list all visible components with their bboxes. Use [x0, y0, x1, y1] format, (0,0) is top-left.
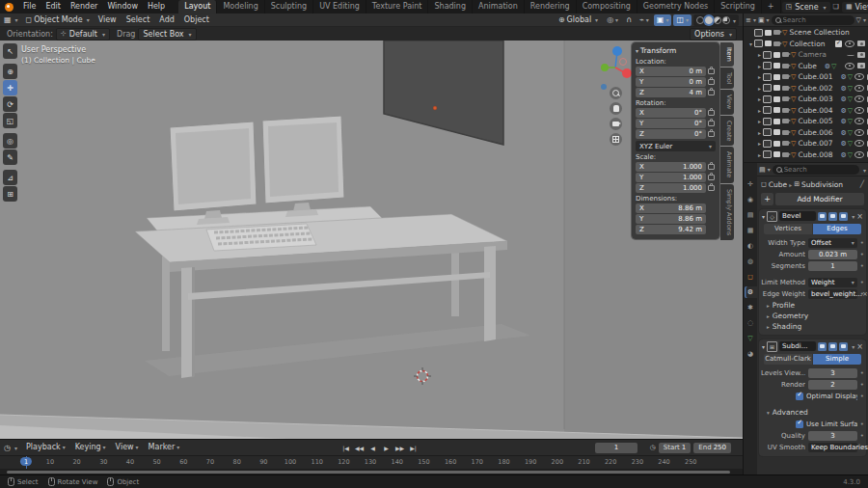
- modifier-extras-dropdown-icon[interactable]: [850, 211, 854, 221]
- expand-caret-icon[interactable]: [756, 118, 761, 124]
- render-levels-field[interactable]: 2: [808, 380, 857, 390]
- add-modifier-button[interactable]: Add Modifier: [775, 193, 864, 205]
- timeline-editor-type-button[interactable]: ◷: [0, 442, 21, 453]
- outliner-display-mode-button[interactable]: ▣: [758, 16, 770, 24]
- disable-in-render-icon[interactable]: [857, 63, 865, 68]
- dimension-field[interactable]: X8.86 m: [636, 203, 706, 213]
- properties-search-input[interactable]: [784, 166, 855, 174]
- expand-caret-icon[interactable]: [756, 129, 761, 136]
- use-limit-surface-checkbox[interactable]: [796, 420, 803, 428]
- remove-modifier-icon[interactable]: ×: [856, 342, 863, 351]
- optimal-display-checkbox[interactable]: [796, 393, 803, 400]
- advanced-section[interactable]: Advanced: [759, 407, 866, 418]
- hide-in-viewport-icon[interactable]: [854, 95, 864, 102]
- timeline-menu-item[interactable]: Playback: [21, 441, 70, 454]
- bevel-mode-option[interactable]: Edges: [813, 224, 861, 234]
- select-box-tool[interactable]: ↖: [3, 43, 17, 59]
- workspace-tab[interactable]: Compositing: [577, 0, 637, 14]
- rotation-field[interactable]: X0°: [636, 108, 706, 118]
- workspace-tab[interactable]: Modeling: [217, 0, 264, 14]
- lock-icon[interactable]: [708, 68, 715, 74]
- outliner-editor-type-button[interactable]: ≡: [746, 16, 756, 24]
- x-axis-ball[interactable]: [622, 68, 632, 78]
- location-field[interactable]: X0 m: [636, 67, 706, 76]
- cursor-tool[interactable]: ⊕: [3, 64, 17, 79]
- expand-caret-icon[interactable]: [756, 151, 761, 158]
- pan-button[interactable]: [610, 102, 622, 115]
- outliner-row[interactable]: Cube.002: [744, 83, 868, 95]
- outliner-row[interactable]: Cube: [744, 61, 868, 72]
- properties-search[interactable]: [773, 165, 859, 175]
- levels-viewport-field[interactable]: 3: [808, 368, 857, 378]
- hide-in-viewport-icon[interactable]: [845, 63, 854, 69]
- outliner-row[interactable]: Cube.003: [744, 94, 868, 105]
- render-toggle[interactable]: [839, 212, 848, 221]
- expand-caret-icon[interactable]: [747, 41, 752, 47]
- remove-modifier-icon[interactable]: ×: [856, 212, 863, 221]
- material-preview-icon[interactable]: [714, 16, 721, 24]
- segments-field[interactable]: 1: [808, 261, 857, 271]
- move-tool[interactable]: ✛: [3, 80, 17, 95]
- modifier-name-field[interactable]: Bevel: [779, 211, 816, 221]
- expand-caret-icon[interactable]: [756, 140, 761, 147]
- outliner-filter-button[interactable]: ▽: [856, 16, 866, 24]
- hide-in-viewport-icon[interactable]: [854, 129, 864, 136]
- properties-options-icon[interactable]: [861, 165, 866, 175]
- unlink-scene-icon[interactable]: ❏: [833, 3, 839, 11]
- edit-mode-toggle[interactable]: [818, 342, 827, 351]
- shading-dropdown-icon[interactable]: [731, 15, 736, 25]
- clear-icon[interactable]: ×: [862, 290, 868, 298]
- lock-icon[interactable]: [708, 185, 715, 191]
- overlays-dropdown[interactable]: ◫: [673, 14, 692, 26]
- world-tab[interactable]: ◍: [745, 256, 757, 267]
- scene-tab[interactable]: ◐: [745, 240, 757, 252]
- disable-in-render-icon[interactable]: [857, 41, 865, 46]
- editor-type-button[interactable]: ▦: [0, 14, 22, 26]
- lock-icon[interactable]: [708, 175, 715, 180]
- transform-tool[interactable]: ◎: [3, 133, 17, 149]
- disable-in-render-icon[interactable]: [857, 52, 865, 58]
- timeline-menu-item[interactable]: View: [111, 441, 144, 454]
- transform-panel-header[interactable]: ▾Transform: [636, 45, 716, 56]
- view-layer-tab[interactable]: ▦: [745, 225, 757, 236]
- rotation-field[interactable]: Z0°: [636, 129, 706, 139]
- scale-field[interactable]: Z1.000: [636, 183, 706, 193]
- timeline-ruler[interactable]: 1 10203040506070809010011012013014015016…: [0, 455, 743, 469]
- outliner-row[interactable]: Cube.006: [744, 127, 868, 139]
- collapsed-section[interactable]: Profile: [759, 300, 866, 311]
- hide-in-viewport-icon[interactable]: [854, 73, 864, 80]
- rotation-mode-dropdown[interactable]: XYZ Euler: [636, 141, 716, 151]
- gizmos-dropdown[interactable]: ▣: [654, 14, 672, 26]
- breadcrumb-object[interactable]: Cube: [769, 180, 787, 189]
- outliner-search[interactable]: [772, 15, 854, 25]
- play-button[interactable]: ▶: [380, 442, 393, 453]
- scrollbar-thumb[interactable]: [7, 471, 730, 474]
- hide-in-viewport-icon[interactable]: [854, 85, 864, 92]
- expand-caret-icon[interactable]: [756, 51, 761, 58]
- edit-mode-toggle[interactable]: [818, 212, 827, 221]
- properties-editor-type-button[interactable]: ▤: [759, 166, 771, 174]
- outliner-row[interactable]: Collection: [744, 39, 868, 50]
- expand-caret-icon[interactable]: [756, 85, 761, 92]
- uv-smooth-dropdown[interactable]: Keep Boundaries: [808, 443, 857, 452]
- expand-caret-icon[interactable]: [756, 95, 761, 102]
- expand-caret-icon[interactable]: [747, 29, 752, 36]
- scale-tool[interactable]: ◱: [3, 113, 17, 128]
- lock-icon[interactable]: [708, 164, 715, 170]
- hide-in-viewport-icon[interactable]: [854, 151, 864, 158]
- rendered-shading-icon[interactable]: [722, 16, 730, 24]
- hide-in-viewport-icon[interactable]: [845, 41, 854, 47]
- render-tab[interactable]: ◉: [745, 194, 757, 205]
- hide-in-viewport-icon[interactable]: [854, 140, 864, 147]
- outliner-row[interactable]: Cube.004: [744, 105, 868, 117]
- lock-icon[interactable]: [708, 90, 715, 95]
- play-reverse-button[interactable]: ◀: [366, 442, 379, 453]
- hidden-eye-icon[interactable]: [847, 53, 854, 56]
- object-tab[interactable]: ◻: [745, 271, 757, 283]
- render-toggle[interactable]: [839, 342, 848, 351]
- material-tab[interactable]: ◕: [745, 348, 757, 360]
- 3d-viewport[interactable]: User Perspective (1) Collection | Cube ↖…: [0, 41, 743, 439]
- orientation-dropdown[interactable]: ⊹Default: [56, 28, 110, 41]
- subdivision-algorithm-option[interactable]: Catmull-Clark: [764, 354, 812, 365]
- next-keyframe-button[interactable]: ▶▶: [393, 442, 406, 453]
